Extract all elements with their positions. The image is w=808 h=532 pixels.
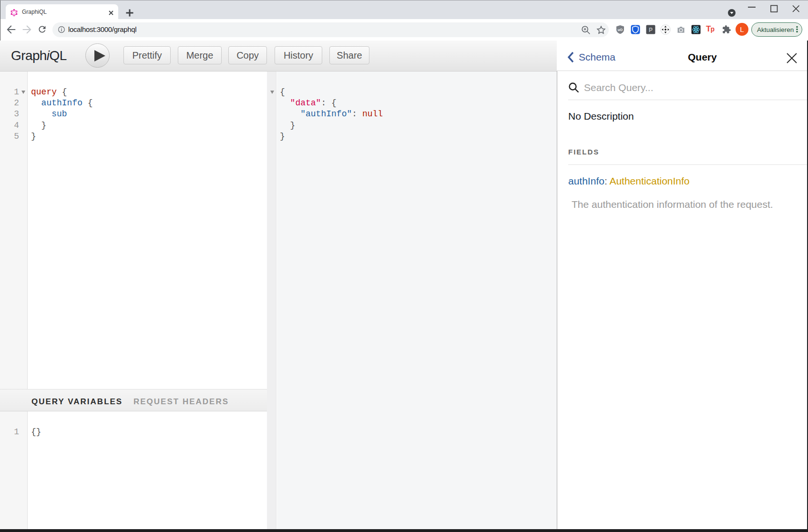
svg-text:P: P <box>649 27 653 33</box>
svg-text:uO: uO <box>618 28 623 32</box>
